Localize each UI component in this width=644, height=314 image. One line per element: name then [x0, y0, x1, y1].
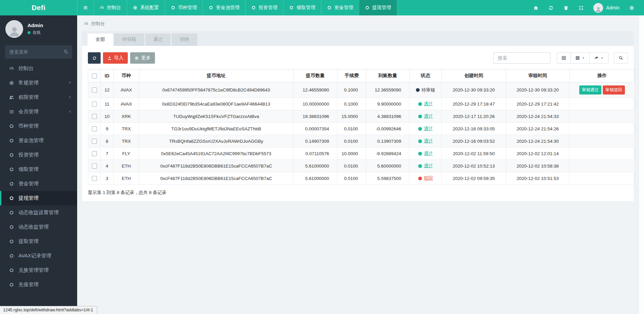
row-checkbox-cell: [88, 123, 101, 135]
sidebar-item-withdraw-mgmt[interactable]: 提现管理: [0, 191, 77, 205]
tab-all[interactable]: 全部: [88, 34, 113, 46]
sidebar-item-fund-mgmt[interactable]: 资金管理: [0, 177, 77, 191]
row-checkbox[interactable]: [92, 151, 97, 156]
sidebar-item-label: 动态收益设置管理: [18, 209, 59, 216]
refresh-icon: [548, 5, 553, 10]
table-row: 3ETH0xcF487F118d2B50E806DBB61E15caFCCA65…: [88, 172, 635, 185]
tab-rejected[interactable]: 拒绝: [172, 34, 197, 46]
sidebar-item-invest-mgmt[interactable]: 投资管理: [0, 148, 77, 162]
sidebar-item-extract-mgmt[interactable]: 提取管理: [0, 234, 77, 249]
table-row: 11AVAX0x8D324f3D79b354caEa93e080DF1ae9AF…: [88, 98, 635, 110]
row-checkbox[interactable]: [92, 102, 97, 107]
sidebar-item-member-mgmt[interactable]: 会员管理: [0, 105, 77, 119]
cell-coin: TRX: [114, 135, 139, 147]
search-button[interactable]: [614, 52, 628, 64]
cell-address: TG3r1ou9DuUktgfMETJ9dJNaEEoSAZThbB: [139, 123, 293, 135]
tab-pending[interactable]: 待审核: [114, 34, 144, 46]
sidebar-item-claim-mgmt[interactable]: 领取管理: [0, 162, 77, 177]
row-checkbox-cell: [88, 110, 101, 123]
fullscreen-button[interactable]: [574, 0, 589, 15]
nav-item-coin-mgmt[interactable]: 币种管理: [165, 0, 203, 15]
columns-button[interactable]: [571, 52, 590, 64]
column-header: 币种: [114, 69, 139, 82]
sidebar-item-general-mgmt[interactable]: 常规管理: [0, 76, 77, 90]
cell-amount: 5.61000000: [293, 172, 337, 185]
reject-button[interactable]: 审核驳回: [603, 85, 625, 95]
sidebar-item-dashboard[interactable]: 控制台: [0, 61, 77, 76]
settings-button[interactable]: [624, 0, 639, 15]
nav-item-system-config[interactable]: 系统配置: [127, 0, 165, 15]
home-icon: [533, 5, 538, 10]
circle-o-icon: [327, 5, 332, 10]
cell-id: 12: [101, 82, 114, 98]
page-scrollbar[interactable]: [639, 15, 644, 314]
row-checkbox[interactable]: [92, 126, 97, 131]
cell-amount: 0.00007354: [293, 123, 337, 135]
status-label[interactable]: 通过: [424, 126, 433, 132]
nav-item-pool-mgmt[interactable]: 资金池管理: [203, 0, 245, 15]
sidebar-item-avax-records-mgmt[interactable]: AVAX记录管理: [0, 249, 77, 263]
upload-icon: [107, 56, 112, 60]
refresh-button[interactable]: [88, 52, 101, 64]
gears-icon: [629, 5, 634, 10]
clear-cache-button[interactable]: [558, 0, 574, 15]
cell-address: 0x8D324f3D79b354caEa93e080DF1ae9AF46644B…: [139, 98, 293, 110]
status-label[interactable]: 通过: [424, 150, 433, 156]
row-checkbox-cell: [88, 98, 101, 110]
sidebar-item-dynamic-income-mgmt[interactable]: 动态收益管理: [0, 220, 77, 234]
row-checkbox[interactable]: [92, 114, 97, 119]
tab-passed[interactable]: 通过: [145, 34, 171, 46]
row-checkbox[interactable]: [92, 164, 97, 169]
cell-status: 通过: [410, 135, 442, 147]
status-dot-icon: [418, 102, 422, 106]
circle-o-icon: [9, 210, 14, 215]
cell-fee: 0.0100: [337, 123, 366, 135]
cell-coin: TRX: [114, 123, 139, 135]
nav-item-withdraw-mgmt[interactable]: 提现管理: [359, 0, 397, 15]
menu-search-input[interactable]: [5, 45, 72, 59]
row-checkbox[interactable]: [92, 139, 97, 144]
gauge-icon: [100, 5, 104, 10]
status-label[interactable]: 驳回: [424, 175, 433, 181]
nav-item-invest-mgmt[interactable]: 投资管理: [245, 0, 283, 15]
sidebar-item-recharge-mgmt[interactable]: 充值管理: [0, 277, 77, 292]
nav-item-dashboard[interactable]: 控制台: [94, 0, 127, 15]
sidebar-item-exchange-mgmt[interactable]: 兑换管理管理: [0, 263, 77, 277]
person-icon: [8, 25, 21, 38]
nav-item-claim-mgmt[interactable]: 领取管理: [283, 0, 321, 15]
table-view-button-group: [557, 52, 608, 64]
status-dot-icon: [418, 139, 422, 143]
sidebar-item-dynamic-income-settings[interactable]: 动态收益设置管理: [0, 205, 77, 220]
circle-o-icon: [9, 253, 14, 258]
circle-o-icon: [251, 5, 256, 10]
more-button[interactable]: 更多: [130, 52, 155, 64]
status-label[interactable]: 通过: [424, 113, 433, 119]
sidebar-item-coin-mgmt[interactable]: 币种管理: [0, 119, 77, 133]
status-label[interactable]: 通过: [424, 163, 433, 169]
table-search-input[interactable]: [493, 52, 550, 64]
status-dot-icon: [418, 177, 422, 180]
status-label[interactable]: 通过: [424, 101, 433, 107]
refresh-button[interactable]: [543, 0, 558, 15]
select-all-checkbox[interactable]: [92, 73, 97, 78]
withdraw-table: ID币种提币地址提币数量手续费到账数量状态创建时间审核时间操作12AVAX0x6…: [88, 69, 635, 185]
trash-icon: [564, 5, 569, 10]
detail-view-button[interactable]: [557, 52, 571, 64]
sidebar-item-pool-mgmt[interactable]: 资金池管理: [0, 133, 77, 148]
row-checkbox[interactable]: [92, 87, 97, 92]
cell-actions: [570, 123, 635, 135]
import-button[interactable]: 导入: [103, 52, 128, 64]
sidebar-item-permission-mgmt[interactable]: 权限管理: [0, 90, 77, 105]
gear-icon: [133, 5, 138, 10]
row-checkbox[interactable]: [92, 176, 97, 181]
status-label[interactable]: 通过: [424, 138, 433, 144]
export-button[interactable]: [590, 52, 608, 64]
top-nav-menu: 控制台系统配置币种管理资金池管理投资管理领取管理资金管理提现管理: [77, 0, 397, 15]
home-button[interactable]: [528, 0, 543, 15]
approve-button[interactable]: 审核通过: [579, 85, 601, 95]
user-menu[interactable]: Admin: [589, 3, 624, 13]
nav-item-toggle[interactable]: [77, 0, 94, 15]
breadcrumb: 控制台: [77, 15, 644, 31]
nav-item-fund-mgmt[interactable]: 资金管理: [321, 0, 359, 15]
nav-item-label: 投资管理: [259, 5, 277, 11]
